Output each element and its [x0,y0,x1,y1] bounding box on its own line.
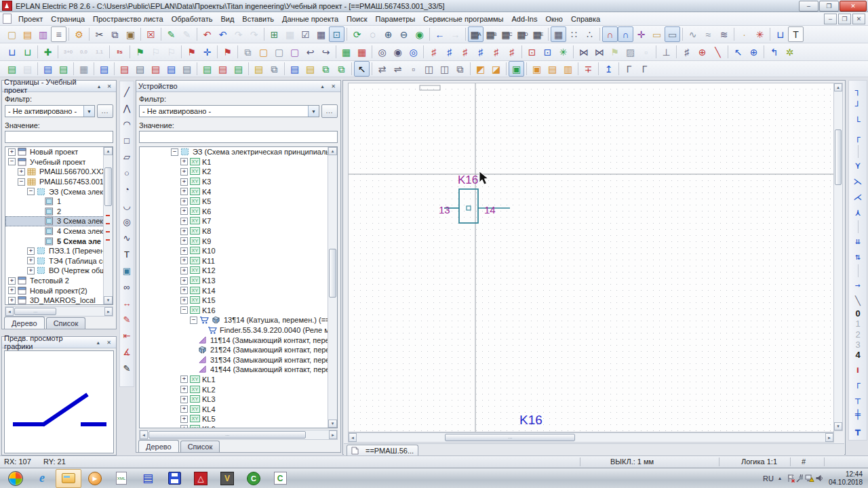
expand-icon[interactable]: + [180,415,188,423]
flag-check-icon[interactable]: ⚑ [132,44,148,60]
magnet-a-icon[interactable]: ∩ [602,26,618,42]
device-blue-icon[interactable]: ▤ [163,61,179,77]
power-plug-icon[interactable] [795,474,805,483]
copy-format-icon[interactable]: ✎ [163,26,179,42]
note-icon[interactable]: ▭ [649,26,665,42]
device-wave-icon[interactable]: ▤ [148,61,163,77]
device-sync-3-icon[interactable]: ◎ [406,44,421,60]
box-conn-1-icon[interactable]: ⊡ [524,44,540,60]
numbering-123-icon[interactable]: 3+0 [60,44,76,60]
device-cart-edit-icon[interactable]: ⊔ [4,44,20,60]
connection-line-icon[interactable]: ╲ [850,293,865,308]
expand-icon[interactable]: + [180,168,188,176]
canvas-hscrollbar[interactable]: ◄ ⋯ ► [348,432,834,443]
select-cursor-icon[interactable]: ↖ [354,61,370,77]
child-minimize-button[interactable]: – [824,14,837,24]
device-tree-row[interactable]: +XYK12 [140,266,337,276]
page-macro-icon[interactable]: ▢ [287,44,302,60]
device-tree-hscrollbar[interactable]: ◄ ⋯ ► [139,430,338,440]
area-3-icon[interactable]: ▥ [560,61,576,77]
page-tree-row[interactable]: −РМАШ.567453.001 (Я [5,177,113,187]
copy-icon[interactable]: ⧉ [107,26,123,42]
device-num-1-icon[interactable]: ▤ [40,61,56,77]
device-tree-row[interactable]: +XYK13 [140,276,337,286]
scroll-up-icon[interactable]: ▲ [328,147,337,155]
snap-grid-icon[interactable]: ∷ [566,26,582,42]
page-import-icon[interactable]: ↩ [302,44,318,60]
pages-panel-close-icon[interactable]: ✕ [104,81,114,91]
taskbar-clock[interactable]: 12:44 04.10.2018 [829,470,863,487]
scroll-down-icon[interactable]: ▼ [834,422,842,430]
insert-table-icon[interactable]: ▦ [313,26,329,42]
terminal-2-icon[interactable]: ♯ [441,44,457,60]
navigator-red-icon[interactable]: ▦ [354,44,370,60]
tab-tree[interactable]: Дерево [138,440,179,452]
dim-continue-icon[interactable]: ⇤ [120,327,134,344]
expand-icon[interactable]: + [180,396,188,403]
menu-справка[interactable]: Справка [567,14,604,24]
insert-point-icon[interactable]: · [736,26,752,42]
sheet-tab[interactable]: ==РМАШ.56... [347,445,418,455]
grid-d-icon[interactable]: ▦D [515,26,530,42]
explorer-taskbar-icon[interactable] [56,469,81,488]
window-overview-icon[interactable]: ⊞ [267,26,282,42]
box-conn-2-icon[interactable]: ⊡ [540,44,555,60]
paste-icon[interactable]: ▣ [123,26,138,42]
page-tree-row[interactable]: 3 Схема элек [5,216,113,226]
tee-down-icon[interactable]: ⋎ [850,158,865,174]
device-tree-row[interactable]: +XYK10 [140,246,337,256]
device-tree-row[interactable]: +XYK6 [140,207,337,217]
tray-chevron-icon[interactable]: ▴ [778,475,781,481]
language-indicator[interactable]: RU [763,474,774,483]
check-select-icon[interactable]: ▣ [509,61,524,77]
hatch-box-icon[interactable]: ▨ [623,44,638,60]
pages-tree-vscrollbar[interactable]: ▲ ▼ [103,147,113,304]
device-tree-row[interactable]: +XYKL1 [140,375,337,385]
arc-center-icon[interactable]: ◔ [120,181,134,197]
box-dashed-icon[interactable]: ▫ [406,61,421,77]
page-tree-row[interactable]: 5 Схема эле [5,236,113,246]
page-props-icon[interactable]: ▢ [271,44,287,60]
device-tree-row[interactable]: +XYK8 [140,226,337,237]
terminal-4-icon[interactable]: ♯ [473,44,488,60]
expand-icon[interactable]: + [8,148,16,156]
logic-wave-1-icon[interactable]: ∿ [685,26,701,42]
pages-filter-browse-button[interactable]: ... [97,104,113,118]
menu-вид[interactable]: Вид [216,14,238,24]
chevron-down-icon[interactable]: ▼ [308,106,319,117]
flag-remove-icon[interactable]: ⚑ [220,44,235,60]
scroll-down-icon[interactable]: ▼ [104,296,113,304]
pages-value-input[interactable] [5,131,113,143]
device-eq-1-icon[interactable]: ▤ [199,61,215,77]
scroll-left-icon[interactable]: ◄ [349,433,357,442]
expand-icon[interactable]: + [18,168,25,176]
pages-panel-pin-icon[interactable]: ▴ [94,81,104,91]
device-cart-check-icon[interactable]: ⊔ [20,44,35,60]
device-tree-row[interactable]: 21¶24 (Замыкающий контакт, переме [140,345,337,355]
child-restore-button[interactable]: ❐ [838,14,851,24]
device-hash-icon[interactable]: ▤ [96,61,112,77]
device-sync-d-icon[interactable]: ⧉ [334,61,349,77]
arc-3point-icon[interactable]: ◡ [120,197,134,214]
page-tree-row[interactable]: +3D_MAKROS_local [5,296,113,305]
device-tree-row[interactable]: +XYK11 [140,256,337,266]
page-tree-row[interactable]: +Новый проект [5,147,113,157]
device-tree-row[interactable]: +XYKL5 [140,414,337,424]
device-copy-icon[interactable]: ⧉ [267,61,282,77]
camtasia-2-taskbar-icon[interactable]: C [267,469,293,488]
apply-format-icon[interactable]: ✎ [179,26,195,42]
collapse-icon[interactable]: − [190,317,197,324]
page-new-icon[interactable]: ▢ [256,44,271,60]
expand-icon[interactable]: + [8,277,16,285]
schematic-canvas[interactable]: K16 13 14 K16 [348,83,834,432]
grid-c-icon[interactable]: ▦C [499,26,515,42]
device-tree-row[interactable]: +XYK7 [140,216,337,226]
split-box-icon[interactable]: ◫ [437,61,452,77]
expand-icon[interactable]: + [180,207,188,215]
scroll-up-icon[interactable]: ▲ [834,83,842,92]
documents-taskbar-icon[interactable]: ▤ [135,469,161,488]
edit-box-icon[interactable]: ▭ [665,26,680,42]
page-tree-row[interactable]: +ВО (Чертеж общ [5,266,113,276]
page-tree-row[interactable]: −Учебный проект [5,157,113,167]
arrow-corner-icon[interactable]: ↖ [730,44,746,60]
